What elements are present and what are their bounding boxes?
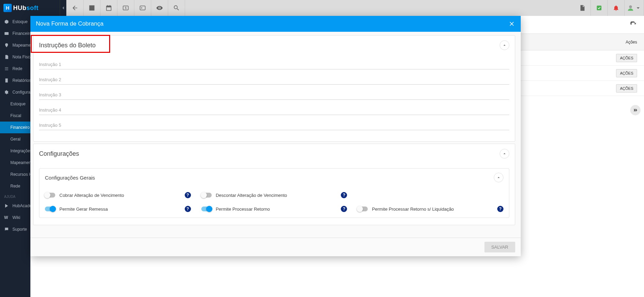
svg-rect-5 (4, 32, 9, 35)
instrucao-1-input[interactable] (39, 58, 509, 69)
sidebar-item-estoque[interactable]: Estoque (0, 16, 30, 28)
toggle-descontar-alteracao: Descontar Alteração de Vencimento ? (201, 192, 347, 198)
toggle-permite-retorno-sem-liquidacao: Permite Processar Retorno s/ Liquidação … (357, 206, 503, 212)
sidebar-sub-label: Fiscal (10, 113, 21, 118)
sidebar-sub-label: Estoque (10, 102, 26, 106)
instrucao-2-input[interactable] (39, 74, 509, 85)
subsection-header[interactable]: Configurações Gerais (39, 169, 509, 186)
toggle-label: Permite Processar Retorno s/ Liquidação (372, 207, 454, 212)
refresh-button[interactable] (626, 18, 641, 32)
sidebar-item-wiki[interactable]: WWiki (0, 212, 30, 223)
modal-nova-forma-cobranca: Nova Forma de Cobrança Instruções do Bol… (30, 16, 521, 256)
money-button[interactable]: $ (117, 0, 134, 16)
switch-cobrar-alteracao[interactable] (45, 193, 55, 198)
back-button[interactable] (67, 0, 84, 16)
pdf-button[interactable] (574, 0, 591, 16)
instrucao-5-input[interactable] (39, 119, 509, 130)
logo[interactable]: H HUbsoft (3, 4, 39, 12)
svg-point-4 (629, 6, 632, 8)
sidebar-sub-label: Recursos Hu (10, 172, 30, 177)
notifications-button[interactable] (608, 0, 625, 16)
sidebar: Estoque Financeiro Mapeamento Nota Fisca… (0, 16, 30, 297)
switch-descontar-alteracao[interactable] (201, 193, 212, 198)
help-button[interactable]: ? (185, 206, 191, 212)
doc-icon (4, 55, 9, 59)
sidebar-item-rede[interactable]: Rede (0, 63, 30, 75)
calendar-button[interactable] (100, 0, 117, 16)
back-arrow-icon (71, 4, 78, 11)
user-menu-button[interactable] (625, 0, 644, 16)
sidebar-sub-financeiro[interactable]: Financeiro (0, 122, 30, 133)
sidebar-sub-label: Rede (10, 184, 20, 189)
sidebar-sub-fiscal[interactable]: Fiscal (0, 110, 30, 122)
calendar-icon (105, 4, 112, 11)
toggle-label: Cobrar Alteração de Vencimento (59, 193, 124, 198)
status-ok-button[interactable] (591, 0, 608, 16)
sidebar-item-financeiro[interactable]: Financeiro (0, 28, 30, 39)
modal-close-button[interactable] (508, 20, 515, 27)
terminal-button[interactable] (134, 0, 151, 16)
search-button[interactable] (168, 0, 185, 16)
switch-permite-retorno-sem-liquidacao[interactable] (357, 207, 368, 211)
collapse-sidebar-button[interactable] (60, 0, 67, 16)
chat-icon (4, 227, 9, 232)
switch-permite-gerar-remessa[interactable] (45, 207, 55, 211)
sidebar-sub-rede[interactable]: Rede (0, 180, 30, 192)
save-button[interactable]: SALVAR (484, 242, 515, 252)
row-actions-button[interactable]: AÇÕES (616, 54, 637, 62)
expand-columns-button[interactable] (630, 105, 641, 115)
help-button[interactable]: ? (185, 192, 191, 198)
chevron-left-icon (60, 4, 66, 11)
modal-body[interactable]: Instruções do Boleto Configurações (30, 32, 521, 238)
account-button[interactable] (84, 0, 100, 16)
sidebar-item-label: Rede (12, 66, 22, 71)
toolbar-right-icons (574, 0, 644, 16)
play-icon (4, 203, 9, 208)
pdf-icon (579, 4, 586, 11)
help-button[interactable]: ? (497, 206, 503, 212)
svg-text:$: $ (125, 6, 127, 10)
row-actions-button[interactable]: AÇÕES (616, 69, 637, 77)
section-instrucoes-boleto: Instruções do Boleto (33, 35, 515, 142)
sidebar-item-mapeamento[interactable]: Mapeamento (0, 39, 30, 51)
avatar-icon (627, 4, 634, 11)
row-actions-button[interactable]: AÇÕES (616, 84, 637, 93)
collapse-button[interactable] (494, 173, 503, 182)
eye-button[interactable] (151, 0, 168, 16)
sidebar-sub-estoque[interactable]: Estoque (0, 98, 30, 110)
sidebar-item-nota-fiscal[interactable]: Nota Fiscal (0, 51, 30, 63)
sidebar-sub-geral[interactable]: Geral (0, 133, 30, 145)
sidebar-help-section: AJUDA (0, 192, 30, 200)
help-button[interactable]: ? (341, 206, 347, 212)
modal-title: Nova Forma de Cobrança (36, 20, 104, 27)
sidebar-sub-mapeamento[interactable]: Mapeamento (0, 157, 30, 169)
chevron-up-icon (502, 43, 507, 48)
section-header-configuracoes[interactable]: Configurações (33, 144, 515, 163)
help-button[interactable]: ? (341, 192, 347, 198)
switch-permite-processar-retorno[interactable] (201, 207, 212, 211)
section-header-instrucoes[interactable]: Instruções do Boleto (33, 36, 515, 55)
logo-mark: H (3, 4, 12, 12)
sidebar-item-relatorios[interactable]: Relatórios (0, 75, 30, 86)
toggle-label: Permite Processar Retorno (216, 207, 270, 212)
logo-area: H HUbsoft (0, 0, 60, 16)
toggle-row: Cobrar Alteração de Vencimento ? Descont… (45, 192, 503, 198)
sidebar-item-label: Suporte (12, 227, 27, 232)
instrucao-3-input[interactable] (39, 89, 509, 100)
network-icon (4, 66, 9, 71)
toggle-cobrar-alteracao: Cobrar Alteração de Vencimento ? (45, 192, 191, 198)
section-title: Instruções do Boleto (39, 42, 96, 49)
sidebar-item-hubacademy[interactable]: HubAcademy (0, 200, 30, 212)
instrucao-4-input[interactable] (39, 104, 509, 115)
sidebar-item-label: Financeiro (12, 31, 30, 36)
collapse-button[interactable] (500, 149, 509, 159)
sidebar-sub-recursos-humanos[interactable]: Recursos Hu (0, 169, 30, 180)
sidebar-item-configuracoes[interactable]: Configuraçõ (0, 86, 30, 98)
top-toolbar: H HUbsoft $ (0, 0, 644, 16)
toggle-permite-gerar-remessa: Permite Gerar Remessa ? (45, 206, 191, 212)
collapse-button[interactable] (500, 40, 509, 50)
sidebar-item-suporte[interactable]: Suporte (0, 223, 30, 235)
sidebar-sub-integracoes[interactable]: Integrações (0, 145, 30, 157)
sidebar-sub-label: Integrações (10, 148, 30, 153)
section-body-configuracoes: Configurações Gerais Cobrar Alteração de… (33, 163, 515, 225)
